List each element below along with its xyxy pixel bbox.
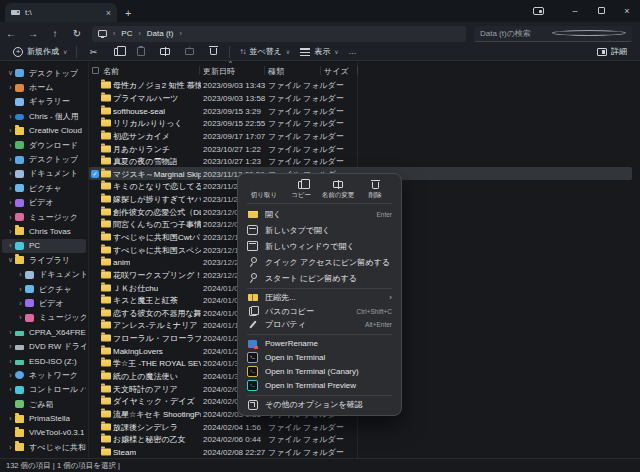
sidebar-item-home[interactable]: ›ホーム bbox=[2, 80, 86, 94]
menu-item-folder-open[interactable]: 開くEnter bbox=[242, 206, 397, 222]
chevron-right-icon[interactable]: › bbox=[6, 84, 15, 91]
chevron-right-icon[interactable]: › bbox=[6, 228, 15, 235]
file-row[interactable]: お嬢様と秘密の乙女2024/02/06 0:44ファイル フォルダー bbox=[89, 433, 640, 446]
chevron-right-icon[interactable]: › bbox=[6, 185, 15, 192]
file-row[interactable]: 真夏の夜の雪物語2023/10/27 1:23ファイル フォルダー bbox=[89, 155, 640, 168]
view-button[interactable]: 表示 ∨ bbox=[295, 44, 343, 59]
file-row[interactable]: Steam2024/02/08 22:27ファイル フォルダー bbox=[89, 446, 640, 459]
menu-item-powerrename[interactable]: PowerRename bbox=[242, 337, 397, 351]
file-row[interactable]: softhouse-seal2023/09/15 3:29ファイル フォルダー bbox=[89, 104, 640, 117]
column-header-type[interactable]: 種類 bbox=[268, 66, 284, 77]
sidebar-item-pictures[interactable]: ›ピクチャ bbox=[2, 181, 86, 195]
sidebar-item-download[interactable]: ›ダウンロード bbox=[2, 138, 86, 152]
cut-button[interactable]: ✂ bbox=[81, 47, 105, 57]
new-button[interactable]: + 新規作成 ∨ bbox=[8, 44, 72, 59]
breadcrumb-data-t[interactable]: Data (t) bbox=[147, 29, 174, 38]
more-button[interactable]: … bbox=[344, 44, 362, 59]
sidebar-item-drive[interactable]: ›ESD-ISO (Z:) bbox=[2, 354, 86, 368]
new-tab-button[interactable]: + bbox=[125, 7, 131, 19]
sidebar-item-recycle-bin[interactable]: ごみ箱 bbox=[2, 397, 86, 411]
sidebar-item-documents[interactable]: ›ドキュメント bbox=[2, 167, 86, 181]
chevron-right-icon[interactable]: › bbox=[6, 415, 15, 422]
refresh-button[interactable]: ↻ bbox=[66, 28, 88, 39]
tab-close-icon[interactable]: × bbox=[106, 8, 111, 18]
sidebar-item-dvd[interactable]: ›DVD RW ドライ bbox=[2, 339, 86, 353]
sidebar-item-control-panel[interactable]: ›コントロール パネ bbox=[2, 383, 86, 397]
titlebar-extra-icon[interactable] bbox=[533, 7, 544, 15]
sidebar-item-videos[interactable]: ›ビデオ bbox=[2, 296, 86, 310]
maximize-button[interactable] bbox=[588, 6, 614, 16]
copy-button[interactable]: コピー bbox=[283, 179, 319, 200]
sidebar-item-music[interactable]: ›ミュージック bbox=[2, 210, 86, 224]
menu-item-show-more[interactable]: その他のオプションを確認 bbox=[242, 398, 397, 412]
sidebar-item-folder[interactable]: ViVeTool-v0.3.1 bbox=[2, 426, 86, 440]
chevron-right-icon[interactable]: › bbox=[6, 358, 15, 365]
chevron-right-icon[interactable]: › bbox=[16, 314, 25, 321]
chevron-right-icon[interactable]: › bbox=[16, 300, 25, 307]
sidebar-item-folder[interactable]: ›すぺじゃに共和国 bbox=[2, 440, 86, 454]
file-row[interactable]: 母性カノジョ2 知性 慕懐編2023/09/03 13:43ファイル フォルダー bbox=[89, 79, 640, 92]
sidebar-item-drive[interactable]: ›CPRA_X64FRE bbox=[2, 325, 86, 339]
menu-item-terminal-canary[interactable]: Open in Terminal (Canary) bbox=[242, 365, 397, 379]
sidebar-item-folder[interactable]: ›Chris Tovas bbox=[2, 224, 86, 238]
chevron-right-icon[interactable]: › bbox=[6, 214, 15, 221]
chevron-right-icon[interactable]: › bbox=[6, 329, 15, 336]
chevron-right-icon[interactable]: › bbox=[16, 286, 25, 293]
menu-item-terminal[interactable]: Open in Terminal bbox=[242, 351, 397, 365]
file-row[interactable]: 放課後シンデレラ2024/02/04 1:56ファイル フォルダー bbox=[89, 420, 640, 433]
chevron-right-icon[interactable]: › bbox=[6, 156, 15, 163]
column-header-size[interactable]: サイズ bbox=[324, 66, 349, 77]
rename-button[interactable]: 名前の変更 bbox=[320, 179, 356, 200]
share-button[interactable] bbox=[177, 48, 201, 55]
chevron-right-icon[interactable]: › bbox=[6, 444, 15, 451]
menu-item-new-window[interactable]: 新しいウィンドウで開く bbox=[242, 238, 397, 254]
up-button[interactable]: ↑ bbox=[44, 28, 66, 39]
menu-item-pin[interactable]: クイック アクセスにピン留めする bbox=[242, 254, 397, 270]
close-button[interactable]: × bbox=[614, 6, 640, 16]
chevron-right-icon[interactable]: › bbox=[6, 372, 15, 379]
menu-item-properties[interactable]: プロパティAlt+Enter bbox=[242, 318, 397, 332]
cut-button[interactable]: 切り取り bbox=[246, 179, 282, 200]
sort-button[interactable]: ↑↓ 並べ替え ∨ bbox=[234, 44, 295, 59]
tab-data-t[interactable]: t:\ × bbox=[5, 3, 117, 22]
sidebar-item-videos[interactable]: ›ビデオ bbox=[2, 196, 86, 210]
chevron-right-icon[interactable]: › bbox=[6, 142, 15, 149]
details-toggle[interactable]: 詳細 bbox=[592, 44, 632, 59]
menu-item-copy-path[interactable]: パスのコピーCtrl+Shift+C bbox=[242, 305, 397, 319]
sidebar-item-gallery[interactable]: ギャラリー bbox=[2, 95, 86, 109]
chevron-right-icon[interactable]: › bbox=[6, 242, 15, 249]
paste-button[interactable] bbox=[129, 47, 153, 56]
sidebar-item-onedrive[interactable]: ›Chris - 個人用 bbox=[2, 109, 86, 123]
sidebar-item-desktop[interactable]: ∨デスクトップ bbox=[2, 66, 86, 80]
chevron-right-icon[interactable]: › bbox=[6, 113, 15, 120]
menu-item-zip[interactable]: 圧縮先...› bbox=[242, 291, 397, 305]
search-input[interactable]: Data (t)の検索 bbox=[474, 26, 632, 42]
sidebar-item-network[interactable]: ›ネットワーク bbox=[2, 368, 86, 382]
chevron-right-icon[interactable]: › bbox=[6, 127, 15, 134]
sidebar-item-folder[interactable]: ›PrimaStella bbox=[2, 411, 86, 425]
chevron-down-icon[interactable]: ∨ bbox=[6, 69, 15, 77]
sidebar-item-pc[interactable]: ›PC bbox=[2, 239, 86, 253]
sidebar-item-music[interactable]: ›ミュージック bbox=[2, 311, 86, 325]
copy-button[interactable] bbox=[105, 48, 129, 56]
minimize-button[interactable]: – bbox=[562, 6, 588, 16]
column-header-date[interactable]: ^ 更新日時 bbox=[203, 66, 235, 77]
menu-item-new-tab[interactable]: 新しいタブで開く bbox=[242, 222, 397, 238]
sidebar-item-folder[interactable]: ›Creative Cloud bbox=[2, 124, 86, 138]
file-row[interactable]: 月あかりランチ2023/10/27 1:22ファイル フォルダー bbox=[89, 142, 640, 155]
breadcrumb-pc[interactable]: PC bbox=[121, 29, 132, 38]
chevron-right-icon[interactable]: › bbox=[6, 199, 15, 206]
sidebar-item-pictures[interactable]: ›ピクチャ bbox=[2, 282, 86, 296]
sidebar-item-folder[interactable]: ∨ライブラリ bbox=[2, 253, 86, 267]
chevron-right-icon[interactable]: › bbox=[6, 386, 15, 393]
delete-button[interactable]: 削除 bbox=[357, 179, 393, 200]
chevron-right-icon[interactable]: › bbox=[6, 170, 15, 177]
chevron-right-icon[interactable]: › bbox=[16, 271, 25, 278]
chevron-down-icon[interactable]: ∨ bbox=[6, 256, 15, 264]
delete-button[interactable] bbox=[201, 48, 225, 55]
file-row[interactable]: プライマルハーツ2023/09/03 13:58ファイル フォルダー bbox=[89, 92, 640, 105]
rename-button[interactable] bbox=[153, 48, 177, 55]
menu-item-terminal-preview[interactable]: Open in Terminal Preview bbox=[242, 379, 397, 393]
sidebar-item-desktop[interactable]: ›デスクトップ bbox=[2, 152, 86, 166]
forward-button[interactable]: → bbox=[22, 28, 44, 39]
